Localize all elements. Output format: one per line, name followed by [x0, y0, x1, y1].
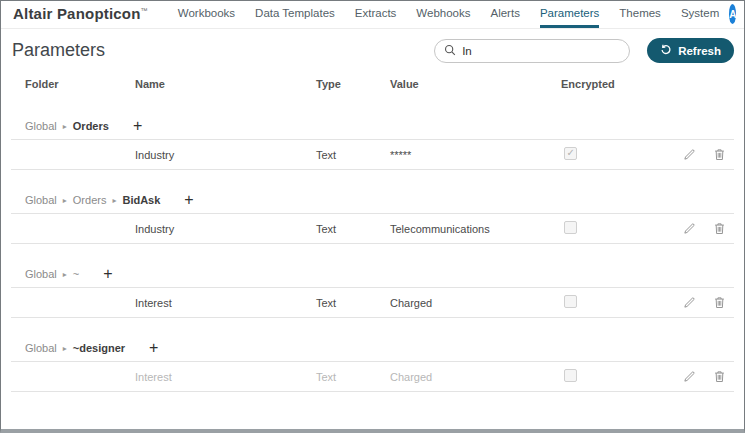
column-header-value: Value [390, 78, 561, 90]
add-parameter-button[interactable]: + [149, 342, 158, 354]
refresh-icon [660, 44, 672, 58]
delete-icon[interactable] [713, 222, 726, 235]
add-parameter-button[interactable]: + [133, 120, 142, 132]
search-box[interactable] [434, 39, 630, 63]
breadcrumb-segment[interactable]: Global [25, 194, 57, 206]
parameter-row: Industry Text Telecommunications [11, 214, 734, 244]
breadcrumb-arrow-icon: ▸ [112, 196, 116, 205]
folder-breadcrumb: Global ▸ ~designer + [1, 318, 744, 361]
breadcrumb-arrow-icon: ▸ [63, 270, 67, 279]
page-title: Parameters [12, 40, 105, 61]
param-type: Text [316, 223, 390, 235]
trademark-mark: ™ [141, 7, 148, 14]
breadcrumb-segment[interactable]: ~designer [73, 342, 125, 354]
add-parameter-button[interactable]: + [103, 268, 112, 280]
breadcrumb-segment[interactable]: ~ [73, 268, 79, 280]
breadcrumb-segment[interactable]: Global [25, 120, 57, 132]
param-type: Text [316, 371, 390, 383]
refresh-button[interactable]: Refresh [647, 38, 734, 63]
tab-webhooks[interactable]: Webhooks [416, 1, 470, 28]
encrypted-checkbox [564, 221, 577, 234]
folder-breadcrumb: Global ▸ Orders ▸ BidAsk + [1, 170, 744, 213]
delete-icon[interactable] [713, 148, 726, 161]
refresh-label: Refresh [678, 45, 721, 57]
table-header-row: Folder Name Type Value Encrypted [1, 72, 744, 96]
parameter-row: Interest Text Charged [11, 362, 734, 392]
param-value: Telecommunications [390, 223, 561, 235]
param-type: Text [316, 297, 390, 309]
breadcrumb-segment[interactable]: BidAsk [122, 194, 160, 206]
tab-data-templates[interactable]: Data Templates [255, 1, 335, 28]
breadcrumb-arrow-icon: ▸ [63, 122, 67, 131]
param-name: Interest [135, 297, 316, 309]
param-type: Text [316, 149, 390, 161]
param-value: ***** [390, 149, 561, 161]
add-parameter-button[interactable]: + [184, 194, 193, 206]
app-logo: Altair Panopticon™ [13, 0, 148, 28]
encrypted-checkbox [564, 295, 577, 308]
breadcrumb-segment[interactable]: Global [25, 268, 57, 280]
breadcrumb-segment[interactable]: Orders [73, 120, 109, 132]
param-name: Industry [135, 223, 316, 235]
param-name: Interest [135, 371, 316, 383]
tab-extracts[interactable]: Extracts [355, 1, 397, 28]
folder-breadcrumb: Global ▸ ~ + [1, 244, 744, 287]
delete-icon[interactable] [713, 370, 726, 383]
column-header-encrypted: Encrypted [561, 78, 661, 90]
breadcrumb-segment[interactable]: Global [25, 342, 57, 354]
app-window: Altair Panopticon™ Workbooks Data Templa… [0, 0, 745, 433]
tab-system[interactable]: System [681, 1, 719, 28]
parameter-row: Industry Text ***** [11, 140, 734, 170]
column-header-folder: Folder [25, 78, 135, 90]
encrypted-checkbox [564, 369, 577, 382]
param-name: Industry [135, 149, 316, 161]
top-nav: Altair Panopticon™ Workbooks Data Templa… [1, 1, 744, 29]
edit-icon[interactable] [683, 222, 696, 235]
parameter-group-bidask: Global ▸ Orders ▸ BidAsk + Industry Text… [1, 170, 744, 244]
edit-icon[interactable] [683, 148, 696, 161]
folder-breadcrumb: Global ▸ Orders + [1, 96, 744, 139]
edit-icon[interactable] [683, 296, 696, 309]
page-header: Parameters Refresh [1, 29, 744, 69]
search-input[interactable] [462, 45, 620, 57]
edit-icon[interactable] [683, 370, 696, 383]
encrypted-checkbox [564, 147, 577, 160]
parameter-row: Interest Text Charged [11, 288, 734, 318]
tab-alerts[interactable]: Alerts [490, 1, 519, 28]
parameter-group-orders: Global ▸ Orders + Industry Text ***** [1, 96, 744, 170]
breadcrumb-arrow-icon: ▸ [63, 196, 67, 205]
param-value: Charged [390, 297, 561, 309]
tab-parameters[interactable]: Parameters [540, 1, 599, 28]
column-header-name: Name [135, 78, 316, 90]
breadcrumb-segment[interactable]: Orders [73, 194, 107, 206]
search-icon [444, 42, 456, 60]
logo-text: Altair Panopticon [13, 5, 141, 22]
tab-themes[interactable]: Themes [619, 1, 661, 28]
param-value: Charged [390, 371, 561, 383]
parameter-group-designer: Global ▸ ~designer + Interest Text Charg… [1, 318, 744, 392]
column-header-type: Type [316, 78, 390, 90]
parameter-group-tilde: Global ▸ ~ + Interest Text Charged [1, 244, 744, 318]
tab-workbooks[interactable]: Workbooks [178, 1, 235, 28]
delete-icon[interactable] [713, 296, 726, 309]
breadcrumb-arrow-icon: ▸ [63, 344, 67, 353]
user-avatar[interactable]: A [729, 4, 736, 24]
